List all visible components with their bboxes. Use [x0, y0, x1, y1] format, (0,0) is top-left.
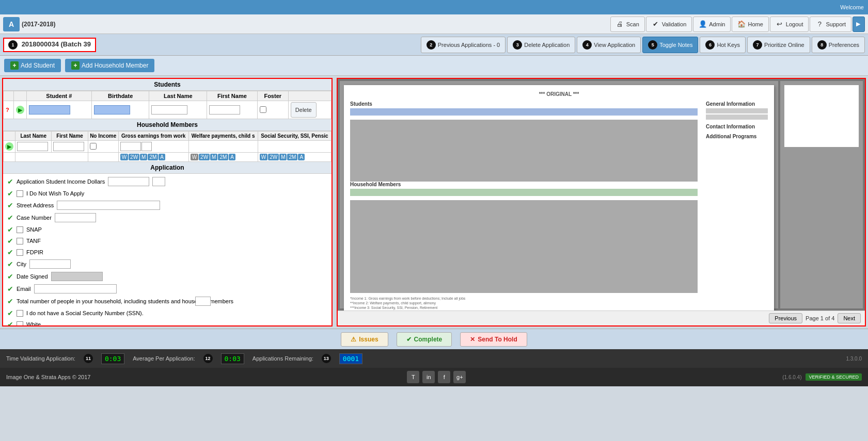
col-birthdate: Birthdate: [91, 91, 149, 101]
doc-thumbnail-panel: [780, 81, 863, 308]
freq-2w3-btn[interactable]: 2W: [268, 154, 279, 160]
doc-general-row1: [706, 108, 768, 113]
validation-icon: ✔: [652, 20, 660, 28]
no-ssn-checkbox[interactable]: [17, 310, 23, 317]
preferences-button[interactable]: 8 Preferences: [812, 37, 865, 53]
freq-m2-btn[interactable]: M: [210, 154, 217, 160]
no-ssn-row: ✔ I do not have a Social Security Number…: [7, 309, 327, 317]
email-row: ✔ Email: [7, 284, 327, 293]
no-ssn-check: ✔: [7, 309, 13, 317]
complete-button[interactable]: ✔ Complete: [397, 332, 452, 347]
previous-page-button[interactable]: Previous: [769, 313, 802, 323]
tanf-checkbox[interactable]: [17, 238, 23, 244]
doc-left-panel: *** ORIGINAL *** Students Household Memb…: [340, 81, 778, 308]
add-household-icon: +: [71, 61, 80, 70]
prioritize-online-button[interactable]: 7 Prioritize Online: [747, 37, 810, 53]
toggle-notes-button[interactable]: 5 Toggle Notes: [642, 37, 698, 53]
white-label: White: [26, 321, 41, 326]
doc-title: *** ORIGINAL ***: [350, 91, 768, 97]
do-not-apply-checkbox[interactable]: [17, 190, 23, 197]
home-button[interactable]: 🏠 Home: [732, 17, 768, 32]
freq-2m-btn[interactable]: 2M: [148, 154, 158, 160]
freq-2m3-btn[interactable]: 2M: [287, 154, 297, 160]
admin-icon: 👤: [699, 20, 707, 28]
issues-button[interactable]: ⚠ Issues: [341, 332, 388, 347]
footer-social: T in f g+: [407, 371, 466, 383]
hh-gross-input2[interactable]: [141, 142, 152, 151]
validation-button[interactable]: ✔ Validation: [646, 17, 692, 32]
white-checkbox[interactable]: [17, 321, 23, 327]
date-signed-label: Date Signed: [17, 273, 48, 280]
doc-right-col: General Information Contact Information …: [706, 101, 768, 311]
freq-a-btn[interactable]: A: [159, 154, 165, 160]
student-delete-button[interactable]: Delete: [291, 102, 317, 118]
city-label: City: [17, 261, 26, 267]
time-validating-label: Time Validating Application:: [6, 355, 75, 362]
total-household-input[interactable]: [195, 297, 211, 306]
twitter-button[interactable]: T: [407, 371, 419, 383]
student-foster-checkbox[interactable]: [260, 106, 266, 113]
add-student-button[interactable]: + Add Student: [4, 59, 61, 72]
doc-footer-text: *Income 1: Gross earnings from work befo…: [350, 296, 698, 311]
col-last-name: Last Name: [149, 91, 207, 101]
doc-students-title: Students: [350, 101, 698, 107]
freq-a3-btn[interactable]: A: [298, 154, 305, 160]
snap-checkbox[interactable]: [17, 226, 23, 233]
fdpir-checkbox[interactable]: [17, 249, 23, 256]
freq-w3-btn[interactable]: W: [260, 154, 267, 160]
student-firstname-input: [209, 105, 240, 115]
left-panel: Students Student # Birthdate Last Name F…: [2, 78, 333, 326]
avg-per-app-label: Average Per Application:: [133, 355, 195, 362]
city-check: ✔: [7, 260, 13, 268]
app-logo: A (2017-2018): [3, 17, 55, 31]
hh-no-income-checkbox[interactable]: [90, 143, 97, 150]
freq-2w2-btn[interactable]: 2W: [199, 154, 210, 160]
view-application-button[interactable]: 4 View Application: [577, 37, 641, 53]
support-icon: ?: [815, 20, 824, 28]
doc-additional-title: Additional Programs: [706, 134, 768, 139]
student-income-input2[interactable]: [152, 177, 165, 186]
freq-2m2-btn[interactable]: 2M: [218, 154, 228, 160]
prev-applications-button[interactable]: 2 Previous Applications - 0: [421, 37, 506, 53]
hh-col-welfare: Welfare payments, child s: [188, 132, 258, 141]
next-page-button[interactable]: Next: [838, 313, 861, 323]
email-input[interactable]: [34, 284, 117, 293]
footer-brand: Image One & Strata Apps © 2017: [6, 374, 90, 380]
table-row: ▶: [4, 141, 332, 153]
freq-w2-btn[interactable]: W: [191, 154, 198, 160]
add-household-button[interactable]: + Add Household Member: [65, 59, 154, 72]
street-address-input[interactable]: [57, 201, 160, 210]
footer: Image One & Strata Apps © 2017 T in f g+…: [0, 368, 868, 386]
freq-m-btn[interactable]: M: [140, 154, 147, 160]
freq-m3-btn[interactable]: M: [279, 154, 287, 160]
hh-col-firstname: First Name: [52, 132, 88, 141]
maximize-button[interactable]: ▶: [853, 17, 865, 32]
logout-button[interactable]: ↩ Logout: [770, 17, 809, 32]
google-button[interactable]: g+: [453, 371, 466, 383]
student-income-input[interactable]: [108, 177, 149, 186]
freq-w-btn[interactable]: W: [120, 154, 128, 160]
hh-col-social: Social Security, SSI, Pensic: [258, 132, 331, 141]
do-not-apply-check: ✔: [7, 189, 13, 198]
linkedin-button[interactable]: in: [422, 371, 435, 383]
date-signed-input[interactable]: [51, 272, 103, 281]
facebook-button[interactable]: f: [438, 371, 450, 383]
case-number-input[interactable]: [55, 213, 96, 222]
hot-keys-button[interactable]: 6 Hot Keys: [700, 37, 746, 53]
street-address-label: Street Address: [17, 202, 54, 208]
doc-image-area: [350, 120, 698, 182]
delete-application-button[interactable]: 3 Delete Application: [507, 37, 575, 53]
hh-gross-input[interactable]: [120, 142, 141, 151]
scan-button[interactable]: 🖨 Scan: [610, 17, 645, 32]
badge-4: 4: [582, 40, 592, 50]
admin-button[interactable]: 👤 Admin: [693, 17, 731, 32]
hh-firstname-input: [53, 142, 84, 151]
badge-6: 6: [705, 40, 715, 50]
send-to-hold-button[interactable]: ✕ Send To Hold: [460, 332, 527, 347]
freq-a2-btn[interactable]: A: [229, 154, 235, 160]
city-input[interactable]: [29, 259, 71, 269]
support-button[interactable]: ? Support: [810, 17, 851, 32]
freq-2w-btn[interactable]: 2W: [129, 154, 139, 160]
snap-row: ✔ SNAP: [7, 225, 327, 234]
doc-contact-title: Contact Information: [706, 124, 768, 129]
